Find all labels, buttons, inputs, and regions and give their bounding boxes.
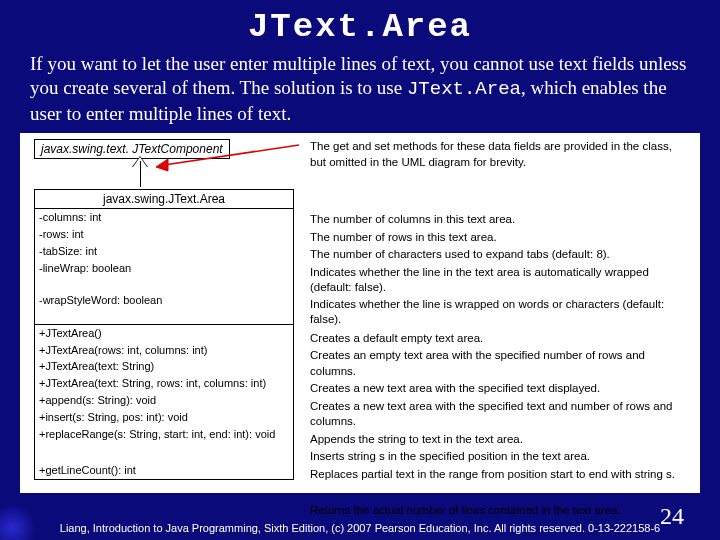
desc-op-row: Creates an empty text area with the spec…	[310, 347, 690, 380]
desc-op-row: Returns the actual number of lines conta…	[310, 502, 690, 520]
uml-op-row: +append(s: String): void	[35, 392, 293, 409]
uml-attr-row: -rows: int	[35, 226, 293, 243]
svg-marker-1	[156, 159, 168, 171]
desc-attr-row: The number of columns in this text area.	[310, 211, 690, 229]
desc-op-row: Inserts string s in the specified positi…	[310, 448, 690, 466]
uml-child-title: javax.swing.JText.Area	[35, 190, 293, 209]
uml-op-row: +JTextArea(rows: int, columns: int)	[35, 342, 293, 359]
uml-diagram-box: javax.swing.text. JTextComponent javax.s…	[20, 133, 700, 493]
slide: JText.Area If you want to let the user e…	[0, 0, 720, 540]
uml-child-class: javax.swing.JText.Area -columns: int-row…	[34, 189, 294, 479]
page-number: 24	[660, 503, 684, 530]
desc-attr-row: The number of characters used to expand …	[310, 246, 690, 264]
footer-citation: Liang, Introduction to Java Programming,…	[0, 522, 720, 534]
desc-attr-row: Indicates whether the line in the text a…	[310, 264, 690, 296]
desc-ops: Creates a default empty text area.Create…	[310, 330, 690, 520]
uml-op-row: +JTextArea(text: String, rows: int, colu…	[35, 375, 293, 392]
desc-op-row: Creates a new text area with the specifi…	[310, 380, 690, 398]
desc-op-row: Appends the string to text in the text a…	[310, 431, 690, 449]
annotation-arrow-icon	[154, 141, 304, 173]
uml-op-row: +getLineCount(): int	[35, 462, 293, 479]
intro-paragraph: If you want to let the user enter multip…	[0, 46, 720, 131]
uml-attr-row: -tabSize: int	[35, 243, 293, 260]
desc-attr-row: The number of rows in this text area.	[310, 229, 690, 247]
inheritance-line	[140, 161, 141, 187]
uml-op-row: +insert(s: String, pos: int): void	[35, 409, 293, 426]
uml-op-row: +replaceRange(s: String, start: int, end…	[35, 426, 293, 458]
desc-op-row: Replaces partial text in the range from …	[310, 466, 690, 498]
uml-attributes: -columns: int-rows: int-tabSize: int-lin…	[35, 209, 293, 325]
uml-op-row: +JTextArea(text: String)	[35, 358, 293, 375]
uml-attr-row: -columns: int	[35, 209, 293, 226]
desc-attr-row: Indicates whether the line is wrapped on…	[310, 296, 690, 328]
uml-attr-row: -wrapStyleWord: boolean	[35, 292, 293, 324]
desc-op-row: Creates a new text area with the specifi…	[310, 398, 690, 431]
uml-attr-row: -lineWrap: boolean	[35, 260, 293, 292]
slide-title: JText.Area	[0, 0, 720, 46]
uml-operations: +JTextArea()+JTextArea(rows: int, column…	[35, 325, 293, 479]
desc-op-row: Creates a default empty text area.	[310, 330, 690, 348]
desc-header-note: The get and set methods for these data f…	[310, 139, 690, 185]
desc-attrs: The number of columns in this text area.…	[310, 211, 690, 328]
svg-line-0	[164, 145, 299, 165]
uml-op-row: +JTextArea()	[35, 325, 293, 342]
description-column: The get and set methods for these data f…	[310, 139, 690, 519]
